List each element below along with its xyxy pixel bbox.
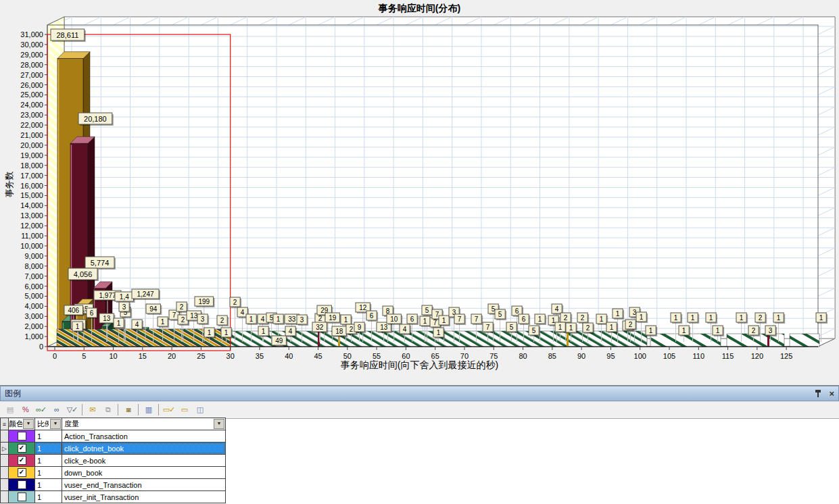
svg-text:1: 1 (117, 320, 121, 327)
row-selector[interactable]: ▷ (1, 443, 9, 454)
close-icon[interactable]: × (829, 389, 834, 398)
legend-row-Action_Transaction[interactable]: 1Action_Transaction (1, 430, 225, 443)
svg-text:10: 10 (390, 316, 398, 323)
distribution-band (790, 334, 819, 347)
series-name: click_dotnet_book (62, 443, 225, 454)
svg-text:1: 1 (649, 327, 653, 334)
export-icon[interactable]: ✉ (85, 403, 100, 417)
y-tick-label: 18,000 (20, 161, 43, 170)
show-percent-icon[interactable]: % (18, 403, 33, 417)
series-visible-checkbox[interactable]: ✓ (18, 456, 26, 465)
y-tick-label: 25,000 (20, 91, 43, 99)
y-axis-title: 事务数 (3, 151, 16, 218)
svg-text:28,611: 28,611 (56, 31, 78, 39)
chart-panel: 28,61120,1805,7744,0562,51,9771,41,24740… (0, 0, 839, 385)
svg-text:7: 7 (486, 324, 490, 331)
legend-row-click_dotnet_book[interactable]: ▷✓1click_dotnet_book (1, 443, 225, 455)
y-tick-label: 22,000 (20, 121, 43, 129)
scale-filter-dropdown[interactable]: ▼ (50, 419, 61, 429)
series-color-swatch (9, 491, 35, 503)
copy-icon[interactable]: ⧉ (100, 403, 116, 417)
svg-text:4: 4 (555, 305, 559, 313)
distribution-chart[interactable]: 28,61120,1805,7744,0562,51,9771,41,24740… (0, 0, 839, 385)
save-window-layout-icon[interactable]: ◫ (192, 403, 208, 417)
color-filter-dropdown[interactable]: ▼ (23, 419, 34, 429)
svg-text:1: 1 (674, 314, 678, 322)
svg-text:3: 3 (300, 316, 304, 324)
legend-row-vuser_end_Transaction[interactable]: 1vuser_end_Transaction (1, 479, 225, 491)
series-scale: 1 (35, 479, 62, 490)
row-selector[interactable] (1, 467, 9, 478)
svg-text:1: 1 (344, 316, 348, 324)
svg-text:1: 1 (610, 324, 614, 331)
y-tick-label: 9,000 (24, 252, 43, 260)
series-name: vuser_init_Transaction (62, 491, 225, 503)
row-selector[interactable] (1, 491, 9, 503)
series-color-swatch: ✓ (9, 455, 35, 466)
legend-row-click_e-book[interactable]: ✓1click_e-book (1, 455, 225, 467)
y-tick-label: 15,000 (20, 191, 43, 199)
row-selector[interactable] (1, 479, 9, 490)
svg-text:406: 406 (68, 307, 79, 314)
svg-text:33: 33 (288, 316, 296, 323)
series-color-swatch: ✓ (9, 467, 35, 478)
series-visible-checkbox[interactable] (18, 493, 26, 501)
y-tick-label: 27,000 (20, 71, 43, 79)
filter-icon[interactable]: ▽✓ (64, 403, 80, 417)
series-visible-checkbox[interactable]: ✓ (18, 444, 26, 453)
row-selector-header-icon[interactable]: ≡ (1, 418, 9, 430)
measure-filter-dropdown[interactable]: ▼ (214, 419, 224, 429)
svg-text:4,056: 4,056 (74, 270, 93, 278)
duplicate-graph-icon[interactable]: ▤ (2, 403, 18, 417)
legend-row-down_book[interactable]: ✓1down_book (1, 467, 225, 479)
legend-header: 图例 × (0, 386, 839, 401)
y-tick-label: 2,000 (24, 322, 43, 330)
svg-text:1: 1 (538, 316, 542, 323)
svg-text:1: 1 (740, 314, 744, 322)
animation-icon[interactable]: ◙ (120, 403, 136, 417)
chart-title: 事务响应时间(分布) (0, 3, 839, 15)
toolbar-separator (158, 404, 159, 415)
svg-text:9: 9 (358, 324, 362, 331)
svg-text:4: 4 (261, 316, 265, 323)
legend-table-header: ≡颜色▼比例▼度量▼ (1, 418, 225, 430)
y-tick-label: 6,000 (24, 282, 43, 291)
column-header-color[interactable]: 颜色▼ (9, 418, 35, 430)
svg-text:1: 1 (277, 316, 281, 323)
svg-text:3: 3 (201, 316, 205, 323)
view-measurements-icon[interactable]: ∞ (49, 403, 64, 417)
svg-text:6: 6 (370, 312, 374, 320)
svg-text:4: 4 (403, 326, 407, 333)
svg-text:1: 1 (709, 314, 713, 322)
y-tick-label: 3,000 (24, 312, 43, 320)
row-selector[interactable] (1, 455, 9, 466)
svg-text:1: 1 (76, 323, 80, 330)
svg-text:1: 1 (777, 314, 781, 322)
measurement-options-icon[interactable]: ▭✓ (161, 403, 176, 417)
svg-text:5: 5 (425, 307, 429, 314)
y-tick-label: 21,000 (20, 131, 43, 139)
row-selector[interactable] (1, 430, 9, 442)
legend-toolbar: ▤%∞✓∞▽✓✉⧉◙▥▭✓▭◫ (0, 401, 839, 419)
toolbar-separator (118, 404, 118, 415)
show-selected-only-icon[interactable]: ∞✓ (33, 403, 49, 417)
svg-text:1,4: 1,4 (120, 293, 129, 301)
column-header-scale[interactable]: 比例▼ (35, 418, 62, 430)
svg-text:199: 199 (198, 298, 210, 305)
column-header-measure[interactable]: 度量▼ (62, 418, 225, 430)
y-tick-label: 4,000 (24, 302, 43, 310)
series-visible-checkbox[interactable] (18, 480, 26, 489)
svg-text:2: 2 (586, 324, 590, 332)
svg-text:1: 1 (819, 314, 823, 322)
series-visible-checkbox[interactable]: ✓ (18, 468, 26, 477)
svg-text:2: 2 (752, 327, 756, 334)
svg-text:1: 1 (569, 324, 573, 332)
pin-icon[interactable] (815, 389, 822, 398)
measurement-ruler-icon[interactable]: ▭ (176, 403, 192, 417)
svg-text:1: 1 (249, 316, 254, 323)
svg-text:1,977: 1,977 (99, 292, 116, 299)
series-visible-checkbox[interactable] (18, 432, 26, 440)
y-tick-label: 20,000 (20, 141, 43, 149)
legend-row-vuser_init_Transaction[interactable]: 1vuser_init_Transaction (1, 491, 225, 503)
configure-columns-icon[interactable]: ▥ (141, 403, 156, 417)
